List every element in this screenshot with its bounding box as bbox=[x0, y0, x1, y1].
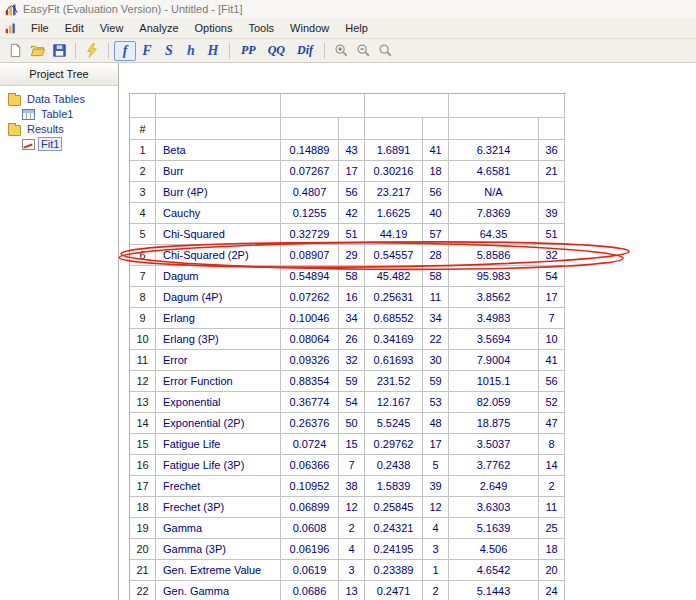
cell-ks-statistic: 0.06899 bbox=[281, 497, 339, 518]
row-fatigue-life-3p[interactable]: 16 Fatigue Life (3P) 0.06366 7 0.2438 5 … bbox=[130, 455, 566, 476]
save-button[interactable] bbox=[48, 41, 70, 61]
cell-ad-statistic: 0.24195 bbox=[365, 539, 423, 560]
tree-item-fit1[interactable]: Fit1 bbox=[4, 137, 118, 151]
run-fit-button[interactable] bbox=[81, 41, 103, 61]
tree-item-icon bbox=[8, 125, 21, 136]
zoom-out-button[interactable] bbox=[352, 41, 374, 61]
tree-item-results[interactable]: Results bbox=[4, 122, 118, 136]
project-tree-title: Project Tree bbox=[0, 63, 118, 86]
table-header: # bbox=[130, 118, 566, 140]
row-dagum[interactable]: 7 Dagum 0.54894 58 45.482 58 95.983 54 bbox=[130, 266, 566, 287]
cell-index: 12 bbox=[130, 371, 156, 392]
row-cauchy[interactable]: 4 Cauchy 0.1255 42 1.6625 40 7.8369 39 bbox=[130, 203, 566, 224]
menu-window[interactable]: Window bbox=[282, 19, 337, 38]
tree-item-label: Table1 bbox=[39, 108, 75, 120]
cell-ad-rank: 48 bbox=[423, 413, 449, 434]
row-frechet[interactable]: 17 Frechet 0.10952 38 1.5839 39 2.649 2 bbox=[130, 476, 566, 497]
row-exponential-2p[interactable]: 14 Exponential (2P) 0.26376 50 5.5245 48… bbox=[130, 413, 566, 434]
cell-ks-rank: 2 bbox=[339, 518, 365, 539]
cell-chisq-rank: 7 bbox=[539, 308, 565, 329]
cell-index: 10 bbox=[130, 329, 156, 350]
menu-bar: FileEditViewAnalyzeOptionsToolsWindowHel… bbox=[0, 18, 696, 39]
cell-chisq-rank: 11 bbox=[539, 497, 565, 518]
cell-chisq-rank: 47 bbox=[539, 413, 565, 434]
cell-ks-rank: 13 bbox=[339, 581, 365, 600]
menu-view[interactable]: View bbox=[92, 19, 132, 38]
toolbar-separator bbox=[324, 43, 325, 59]
cell-chisq-statistic: 3.7762 bbox=[449, 455, 539, 476]
cell-index: 5 bbox=[130, 224, 156, 245]
cell-chisq-rank: 14 bbox=[539, 455, 565, 476]
cell-chisq-statistic: 82.059 bbox=[449, 392, 539, 413]
cell-ad-statistic: 12.167 bbox=[365, 392, 423, 413]
cell-index: 20 bbox=[130, 539, 156, 560]
cell-ad-statistic: 0.25845 bbox=[365, 497, 423, 518]
cell-ks-rank: 58 bbox=[339, 266, 365, 287]
row-dagum-4p[interactable]: 8 Dagum (4P) 0.07262 16 0.25631 11 3.856… bbox=[130, 287, 566, 308]
row-erlang-3p[interactable]: 10 Erlang (3P) 0.08064 26 0.34169 22 3.5… bbox=[130, 329, 566, 350]
toolbar-separator bbox=[108, 43, 109, 59]
plot-buttons: PPQQDif bbox=[235, 41, 319, 61]
menu-tools[interactable]: Tools bbox=[240, 19, 282, 38]
cell-chisq-rank: 25 bbox=[539, 518, 565, 539]
cell-ks-statistic: 0.0608 bbox=[281, 518, 339, 539]
app-icon bbox=[5, 3, 18, 16]
row-exponential[interactable]: 13 Exponential 0.36774 54 12.167 53 82.0… bbox=[130, 392, 566, 413]
row-gamma[interactable]: 19 Gamma 0.0608 2 0.24321 4 5.1639 25 bbox=[130, 518, 566, 539]
menu-help[interactable]: Help bbox=[337, 19, 376, 38]
zoom-in-button[interactable] bbox=[330, 41, 352, 61]
pdf-button[interactable]: f bbox=[114, 41, 136, 61]
row-chi-squared[interactable]: 5 Chi-Squared 0.32729 51 44.19 57 64.35 … bbox=[130, 224, 566, 245]
menu-options[interactable]: Options bbox=[187, 19, 241, 38]
cell-chisq-rank: 20 bbox=[539, 560, 565, 581]
row-gen-gamma[interactable]: 22 Gen. Gamma 0.0686 13 0.2471 2 5.1443 … bbox=[130, 581, 566, 600]
cell-chisq-rank: 10 bbox=[539, 329, 565, 350]
hazard-button[interactable]: h bbox=[180, 41, 202, 61]
open-folder-icon bbox=[30, 43, 45, 58]
cell-ks-statistic: 0.07267 bbox=[281, 161, 339, 182]
cumulative-hazard-button[interactable]: H bbox=[202, 41, 224, 61]
cell-ad-statistic: 1.6625 bbox=[365, 203, 423, 224]
cell-index: 14 bbox=[130, 413, 156, 434]
column-header-index: # bbox=[130, 118, 156, 140]
row-burr[interactable]: 2 Burr 0.07267 17 0.30216 18 4.6581 21 bbox=[130, 161, 566, 182]
zoom-search-button[interactable] bbox=[374, 41, 396, 61]
row-fatigue-life[interactable]: 15 Fatigue Life 0.0724 15 0.29762 17 3.5… bbox=[130, 434, 566, 455]
cell-ks-rank: 3 bbox=[339, 560, 365, 581]
tree-item-data-tables[interactable]: Data Tables bbox=[4, 92, 118, 106]
cell-distribution: Erlang bbox=[156, 308, 281, 329]
cell-distribution: Gen. Gamma bbox=[156, 581, 281, 600]
cell-chisq-rank: 36 bbox=[539, 140, 565, 161]
cdf-button[interactable]: F bbox=[136, 41, 158, 61]
survival-button[interactable]: S bbox=[158, 41, 180, 61]
menu-analyze[interactable]: Analyze bbox=[131, 19, 186, 38]
row-gamma-3p[interactable]: 20 Gamma (3P) 0.06196 4 0.24195 3 4.506 … bbox=[130, 539, 566, 560]
difference-plot-button[interactable]: Dif bbox=[291, 41, 319, 61]
row-error[interactable]: 11 Error 0.09326 32 0.61693 30 7.9004 41 bbox=[130, 350, 566, 371]
cell-chisq-statistic: 64.35 bbox=[449, 224, 539, 245]
menu-edit[interactable]: Edit bbox=[57, 19, 92, 38]
cell-ad-rank: 59 bbox=[423, 371, 449, 392]
cell-ks-statistic: 0.0724 bbox=[281, 434, 339, 455]
row-chi-squared-2p[interactable]: 6 Chi-Squared (2P) 0.08907 29 0.54557 28… bbox=[130, 245, 566, 266]
new-document-button[interactable] bbox=[4, 41, 26, 61]
cell-ks-rank: 34 bbox=[339, 308, 365, 329]
row-erlang[interactable]: 9 Erlang 0.10046 34 0.68552 34 3.4983 7 bbox=[130, 308, 566, 329]
row-error-function[interactable]: 12 Error Function 0.88354 59 231.52 59 1… bbox=[130, 371, 566, 392]
toolbar-separator bbox=[75, 43, 76, 59]
cell-ks-statistic: 0.4807 bbox=[281, 182, 339, 203]
cell-distribution: Exponential bbox=[156, 392, 281, 413]
row-gen-extreme-value[interactable]: 21 Gen. Extreme Value 0.0619 3 0.23389 1… bbox=[130, 560, 566, 581]
tree-item-table1[interactable]: Table1 bbox=[4, 107, 118, 121]
row-frechet-3p[interactable]: 18 Frechet (3P) 0.06899 12 0.25845 12 3.… bbox=[130, 497, 566, 518]
pp-plot-button[interactable]: PP bbox=[235, 41, 262, 61]
open-file-button[interactable] bbox=[26, 41, 48, 61]
row-beta[interactable]: 1 Beta 0.14889 43 1.6891 41 6.3214 36 bbox=[130, 140, 566, 161]
qq-plot-button[interactable]: QQ bbox=[262, 41, 291, 61]
cell-distribution: Gamma bbox=[156, 518, 281, 539]
cell-index: 3 bbox=[130, 182, 156, 203]
row-burr-4p[interactable]: 3 Burr (4P) 0.4807 56 23.217 56 N/A bbox=[130, 182, 566, 203]
tree-item-label: Fit1 bbox=[39, 138, 61, 150]
cell-ks-rank: 32 bbox=[339, 350, 365, 371]
menu-file[interactable]: File bbox=[23, 19, 57, 38]
